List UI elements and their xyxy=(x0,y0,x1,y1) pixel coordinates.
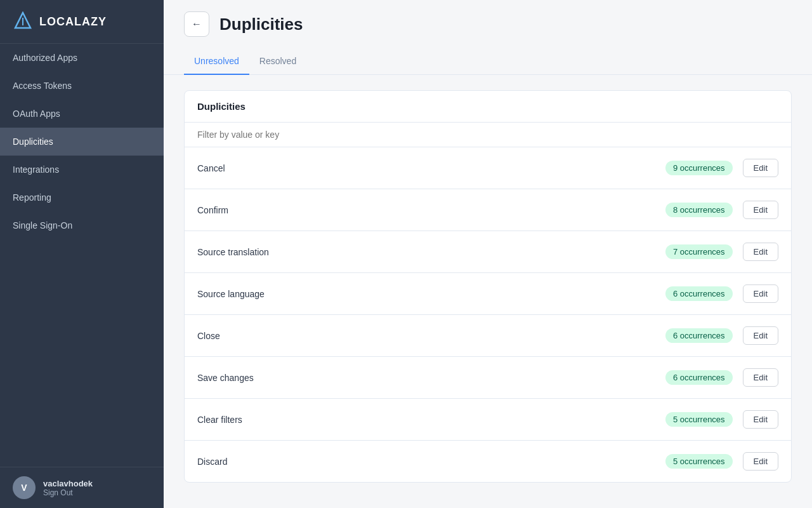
tab-resolved[interactable]: Resolved xyxy=(249,48,306,75)
table-row: Discard5 occurrencesEdit xyxy=(185,441,791,482)
table-row: Cancel9 occurrencesEdit xyxy=(185,147,791,189)
row-label: Close xyxy=(197,331,665,341)
user-info: vaclavhodek Sign Out xyxy=(43,479,93,497)
occurrences-badge: 6 occurrences xyxy=(665,286,733,301)
page-header: ← Duplicities xyxy=(164,0,812,48)
edit-button[interactable]: Edit xyxy=(743,243,778,261)
row-label: Clear filters xyxy=(197,415,665,425)
sidebar-item-access-tokens[interactable]: Access Tokens xyxy=(0,72,164,100)
occurrences-badge: 7 occurrences xyxy=(665,244,733,259)
row-label: Save changes xyxy=(197,373,665,383)
user-area[interactable]: V vaclavhodek Sign Out xyxy=(0,467,164,508)
avatar: V xyxy=(13,476,36,499)
sidebar-item-duplicities[interactable]: Duplicities xyxy=(0,128,164,156)
back-button[interactable]: ← xyxy=(184,11,209,37)
filter-row xyxy=(185,123,791,147)
user-name: vaclavhodek xyxy=(43,479,93,488)
rows-container: Cancel9 occurrencesEditConfirm8 occurren… xyxy=(185,147,791,482)
edit-button[interactable]: Edit xyxy=(743,159,778,177)
occurrences-badge: 6 occurrences xyxy=(665,328,733,343)
sidebar-item-authorized-apps[interactable]: Authorized Apps xyxy=(0,44,164,72)
table-row: Close6 occurrencesEdit xyxy=(185,315,791,357)
sidebar: LOCALAZY Authorized AppsAccess TokensOAu… xyxy=(0,0,164,508)
sidebar-item-integrations[interactable]: Integrations xyxy=(0,156,164,184)
occurrences-badge: 8 occurrences xyxy=(665,203,733,217)
logo-text: LOCALAZY xyxy=(39,15,107,29)
row-label: Source translation xyxy=(197,247,665,257)
row-label: Confirm xyxy=(197,205,665,215)
row-label: Source language xyxy=(197,289,665,299)
content-area: Duplicities Cancel9 occurrencesEditConfi… xyxy=(164,75,812,508)
sidebar-item-oauth-apps[interactable]: OAuth Apps xyxy=(0,100,164,128)
nav-items: Authorized AppsAccess TokensOAuth AppsDu… xyxy=(0,44,164,239)
table-row: Source language6 occurrencesEdit xyxy=(185,273,791,315)
table-row: Source translation7 occurrencesEdit xyxy=(185,231,791,273)
row-label: Discard xyxy=(197,457,665,467)
logo-area: LOCALAZY xyxy=(0,0,164,44)
table-row: Clear filters5 occurrencesEdit xyxy=(185,399,791,441)
occurrences-badge: 5 occurrences xyxy=(665,454,733,469)
sidebar-item-reporting[interactable]: Reporting xyxy=(0,184,164,211)
table-row: Save changes6 occurrencesEdit xyxy=(185,357,791,399)
edit-button[interactable]: Edit xyxy=(743,284,778,303)
main-content: ← Duplicities UnresolvedResolved Duplici… xyxy=(164,0,812,508)
sidebar-item-single-sign-on[interactable]: Single Sign-On xyxy=(0,211,164,239)
table-row: Confirm8 occurrencesEdit xyxy=(185,189,791,231)
occurrences-badge: 6 occurrences xyxy=(665,370,733,385)
duplicities-card: Duplicities Cancel9 occurrencesEditConfi… xyxy=(184,90,792,483)
edit-button[interactable]: Edit xyxy=(743,326,778,345)
edit-button[interactable]: Edit xyxy=(743,410,778,429)
tabs-bar: UnresolvedResolved xyxy=(164,48,812,75)
edit-button[interactable]: Edit xyxy=(743,368,778,387)
occurrences-badge: 5 occurrences xyxy=(665,412,733,427)
occurrences-badge: 9 occurrences xyxy=(665,161,733,175)
tab-unresolved[interactable]: Unresolved xyxy=(184,48,249,75)
sign-out-link[interactable]: Sign Out xyxy=(43,488,93,497)
edit-button[interactable]: Edit xyxy=(743,452,778,471)
row-label: Cancel xyxy=(197,163,665,173)
edit-button[interactable]: Edit xyxy=(743,201,778,219)
page-title: Duplicities xyxy=(219,15,303,34)
logo-icon xyxy=(13,11,33,32)
filter-input[interactable] xyxy=(197,130,778,140)
card-title: Duplicities xyxy=(185,91,791,123)
